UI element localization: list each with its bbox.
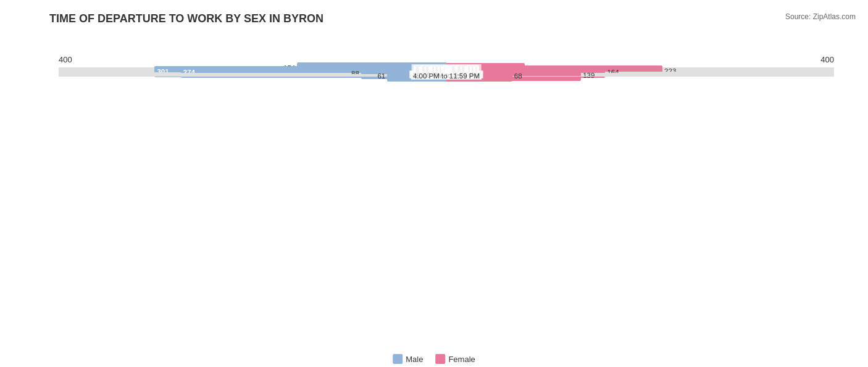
male-value: 61 [377, 72, 387, 80]
legend-male: Male [393, 354, 423, 364]
source-label: Source: ZipAtlas.com [785, 12, 856, 21]
legend-female-box [435, 354, 445, 364]
legend: Male Female [393, 354, 475, 364]
chart-container: TIME OF DEPARTURE TO WORK BY SEX IN BYRO… [0, 0, 868, 367]
legend-female-label: Female [448, 355, 475, 364]
female-value: 139 [581, 72, 595, 79]
axis-right-label: 400 [820, 55, 834, 64]
bar-row: 4:00 PM to 11:59 PM6168 [59, 76, 834, 77]
chart-title: TIME OF DEPARTURE TO WORK BY SEX IN BYRO… [12, 12, 856, 25]
legend-male-label: Male [406, 355, 423, 364]
time-label: 4:00 PM to 11:59 PM [411, 72, 482, 80]
legend-female: Female [435, 354, 475, 364]
legend-male-box [393, 354, 403, 364]
axis-left-label: 400 [59, 55, 72, 64]
female-value: 68 [512, 72, 522, 80]
